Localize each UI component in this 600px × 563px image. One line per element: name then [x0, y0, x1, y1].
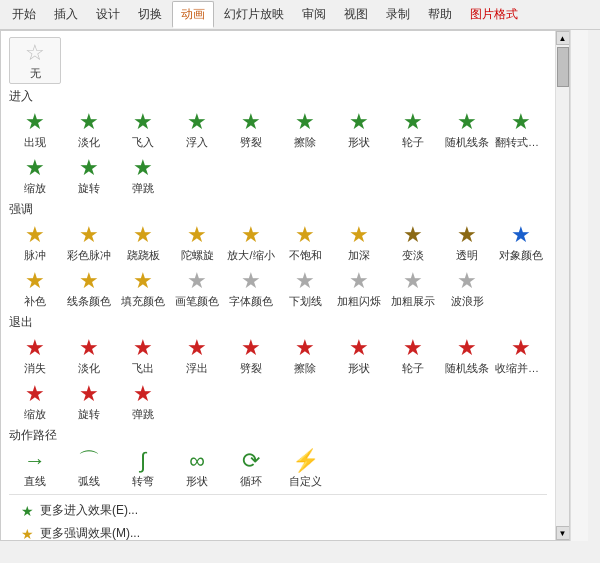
anim-item[interactable]: ★淡化: [63, 333, 115, 377]
anim-icon: ★: [133, 222, 153, 248]
anim-icon: ★: [295, 268, 315, 294]
anim-icon: ★: [79, 155, 99, 181]
path-item[interactable]: ∞形状: [171, 446, 223, 490]
section-exit-label: 退出: [9, 314, 547, 331]
path-item[interactable]: →直线: [9, 446, 61, 490]
none-box[interactable]: ☆ 无: [9, 37, 61, 84]
anim-item[interactable]: ★加深: [333, 220, 385, 264]
anim-item[interactable]: ★随机线条: [441, 333, 493, 377]
menu-item-switch[interactable]: 切换: [130, 2, 170, 27]
anim-item[interactable]: ★轮子: [387, 107, 439, 151]
anim-item[interactable]: ★收缩并旋转: [495, 333, 547, 377]
anim-item[interactable]: ★劈裂: [225, 107, 277, 151]
anim-item[interactable]: ★消失: [9, 333, 61, 377]
anim-item[interactable]: ★加粗闪烁: [333, 266, 385, 310]
anim-icon: ★: [79, 268, 99, 294]
anim-label: 劈裂: [240, 361, 262, 375]
path-item[interactable]: ∫转弯: [117, 446, 169, 490]
anim-label: 波浪形: [451, 294, 484, 308]
anim-item[interactable]: ★脉冲: [9, 220, 61, 264]
anim-icon: ★: [349, 268, 369, 294]
anim-label: 形状: [348, 135, 370, 149]
anim-icon: ★: [457, 268, 477, 294]
anim-label: 画笔颜色: [175, 294, 219, 308]
path-item[interactable]: ⌒弧线: [63, 446, 115, 490]
anim-item[interactable]: ★不饱和: [279, 220, 331, 264]
anim-item[interactable]: ★缩放: [9, 379, 61, 423]
anim-icon: ★: [25, 381, 45, 407]
menu-item-picture-format[interactable]: 图片格式: [462, 2, 526, 27]
anim-item[interactable]: ★下划线: [279, 266, 331, 310]
anim-label: 淡化: [78, 135, 100, 149]
menu-item-start[interactable]: 开始: [4, 2, 44, 27]
anim-icon: ★: [241, 222, 261, 248]
anim-item[interactable]: ★弹跳: [117, 153, 169, 197]
anim-icon: ★: [403, 109, 423, 135]
anim-item[interactable]: ★透明: [441, 220, 493, 264]
anim-item[interactable]: ★出现: [9, 107, 61, 151]
anim-icon: ★: [187, 222, 207, 248]
menu-item-review[interactable]: 审阅: [294, 2, 334, 27]
anim-item[interactable]: ★擦除: [279, 107, 331, 151]
anim-icon: ★: [403, 222, 423, 248]
menu-item-design[interactable]: 设计: [88, 2, 128, 27]
anim-item[interactable]: ★浮出: [171, 333, 223, 377]
anim-label: 劈裂: [240, 135, 262, 149]
path-item[interactable]: ⚡自定义: [279, 446, 331, 490]
anim-label: 擦除: [294, 361, 316, 375]
anim-item[interactable]: ★加粗展示: [387, 266, 439, 310]
anim-icon: ★: [133, 381, 153, 407]
anim-item[interactable]: ★弹跳: [117, 379, 169, 423]
anim-item[interactable]: ★画笔颜色: [171, 266, 223, 310]
anim-label: 字体颜色: [229, 294, 273, 308]
bottom-menu-item[interactable]: ★更多强调效果(M)...: [17, 522, 539, 540]
anim-item[interactable]: ★形状: [333, 333, 385, 377]
anim-item[interactable]: ★劈裂: [225, 333, 277, 377]
anim-icon: ★: [241, 335, 261, 361]
scroll-down-button[interactable]: ▼: [556, 526, 570, 540]
scrollbar-right[interactable]: ▲ ▼: [555, 31, 569, 540]
path-item[interactable]: ⟳循环: [225, 446, 277, 490]
anim-item[interactable]: ★随机线条: [441, 107, 493, 151]
animation-panel: ☆ 无 进入 ★出现★淡化★飞入★浮入★劈裂★擦除★形状★轮子★随机线条★翻转式…: [1, 31, 555, 540]
menu-item-animation[interactable]: 动画: [172, 1, 214, 28]
anim-item[interactable]: ★翻转式由远…: [495, 107, 547, 151]
anim-item[interactable]: ★线条颜色: [63, 266, 115, 310]
anim-item[interactable]: ★补色: [9, 266, 61, 310]
anim-item[interactable]: ★旋转: [63, 153, 115, 197]
anim-item[interactable]: ★浮入: [171, 107, 223, 151]
anim-item[interactable]: ★淡化: [63, 107, 115, 151]
anim-item[interactable]: ★对象颜色: [495, 220, 547, 264]
anim-label: 变淡: [402, 248, 424, 262]
menu-item-slideshow[interactable]: 幻灯片放映: [216, 2, 292, 27]
anim-item[interactable]: ★字体颜色: [225, 266, 277, 310]
anim-item[interactable]: ★跷跷板: [117, 220, 169, 264]
bottom-menu-label: 更多进入效果(E)...: [40, 502, 138, 519]
anim-item[interactable]: ★缩放: [9, 153, 61, 197]
anim-item[interactable]: ★轮子: [387, 333, 439, 377]
anim-item[interactable]: ★陀螺旋: [171, 220, 223, 264]
anim-item[interactable]: ★放大/缩小: [225, 220, 277, 264]
menu-item-help[interactable]: 帮助: [420, 2, 460, 27]
menu-item-record[interactable]: 录制: [378, 2, 418, 27]
anim-item[interactable]: ★擦除: [279, 333, 331, 377]
anim-item[interactable]: ★飞入: [117, 107, 169, 151]
anim-icon: ★: [457, 335, 477, 361]
menu-item-view[interactable]: 视图: [336, 2, 376, 27]
scroll-up-button[interactable]: ▲: [556, 31, 570, 45]
anim-item[interactable]: ★波浪形: [441, 266, 493, 310]
anim-icon: ★: [79, 222, 99, 248]
anim-item[interactable]: ★飞出: [117, 333, 169, 377]
anim-label: 彩色脉冲: [67, 248, 111, 262]
anim-item[interactable]: ★形状: [333, 107, 385, 151]
anim-item[interactable]: ★填充颜色: [117, 266, 169, 310]
anim-item[interactable]: ★旋转: [63, 379, 115, 423]
anim-item[interactable]: ★变淡: [387, 220, 439, 264]
anim-item[interactable]: ★彩色脉冲: [63, 220, 115, 264]
anim-icon: ★: [133, 335, 153, 361]
menu-item-insert[interactable]: 插入: [46, 2, 86, 27]
path-grid: →直线⌒弧线∫转弯∞形状⟳循环⚡自定义: [9, 446, 547, 490]
bottom-menu-item[interactable]: ★更多进入效果(E)...: [17, 499, 539, 522]
anim-icon: ★: [187, 268, 207, 294]
scroll-thumb[interactable]: [557, 47, 569, 87]
